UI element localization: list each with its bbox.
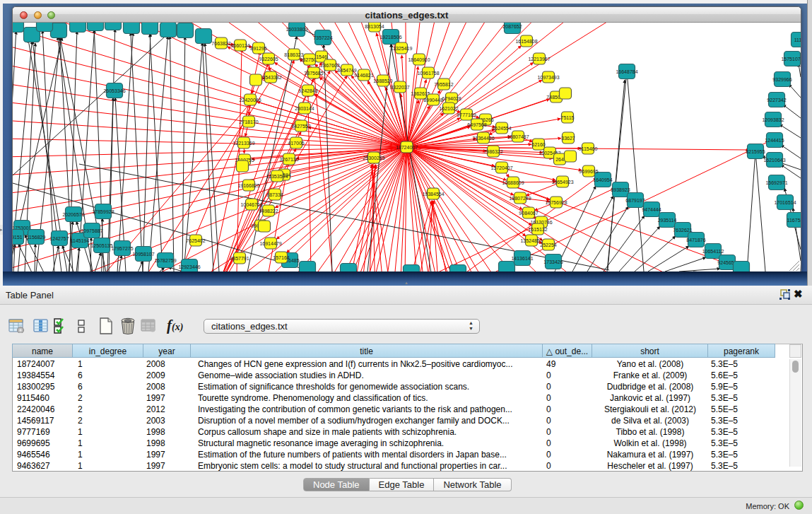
svg-text:8186323: 8186323 (284, 52, 303, 57)
svg-text:9242848: 9242848 (298, 88, 317, 93)
svg-text:13524851: 13524851 (520, 238, 542, 243)
svg-text:7632621: 7632621 (673, 228, 692, 233)
svg-text:2867608: 2867608 (320, 63, 339, 68)
svg-text:8427552: 8427552 (291, 124, 310, 129)
svg-text:19654923: 19654923 (551, 180, 573, 185)
svg-text:62160: 62160 (531, 142, 546, 147)
svg-text:12213967: 12213967 (528, 57, 550, 62)
svg-text:2718170: 2718170 (239, 119, 258, 124)
svg-text:10958107: 10958107 (132, 252, 154, 257)
svg-text:10975887: 10975887 (81, 228, 102, 233)
svg-text:157164: 157164 (273, 255, 289, 260)
svg-text:891295: 891295 (250, 46, 266, 51)
svg-text:22420046: 22420046 (239, 98, 261, 103)
svg-text:2087652: 2087652 (502, 24, 522, 29)
svg-text:8215955: 8215955 (746, 149, 765, 154)
svg-text:10688609: 10688609 (502, 180, 524, 185)
svg-text:19756928: 19756928 (545, 200, 567, 205)
svg-text:9227342: 9227342 (767, 98, 786, 103)
svg-text:1546: 1546 (316, 54, 327, 59)
svg-text:33627: 33627 (561, 136, 575, 141)
svg-text:1615132: 1615132 (528, 227, 547, 232)
svg-text:15720407: 15720407 (490, 165, 512, 170)
svg-text:3624554: 3624554 (492, 126, 511, 131)
svg-text:16648784: 16648784 (616, 69, 637, 74)
svg-text:7663822: 7663822 (211, 41, 230, 46)
svg-text:9146821: 9146821 (354, 73, 373, 78)
svg-text:15692971: 15692971 (765, 180, 787, 185)
svg-text:1733426: 1733426 (543, 259, 563, 264)
svg-text:25300285: 25300285 (363, 156, 384, 160)
svg-text:12093832: 12093832 (762, 117, 784, 122)
svg-text:9474444: 9474444 (642, 207, 661, 212)
svg-text:14136141: 14136141 (511, 256, 533, 261)
svg-text:8322037: 8322037 (390, 85, 409, 90)
svg-text:252254: 252254 (540, 243, 556, 247)
svg-text:1242757: 1242757 (49, 236, 69, 241)
svg-text:2803144: 2803144 (295, 106, 314, 111)
svg-text:116753: 116753 (787, 218, 801, 223)
svg-text:7986322: 7986322 (483, 149, 502, 154)
svg-text:75115: 75115 (561, 115, 575, 120)
svg-text:16914479: 16914479 (259, 241, 281, 246)
svg-text:15751074: 15751074 (781, 57, 801, 62)
svg-text:10046766: 10046766 (240, 202, 262, 207)
svg-text:6497568: 6497568 (467, 122, 486, 127)
svg-text:1362615: 1362615 (411, 91, 430, 96)
svg-text:9498222: 9498222 (259, 209, 278, 214)
svg-text:16543382: 16543382 (259, 75, 281, 80)
svg-text:18724007: 18724007 (396, 145, 418, 150)
svg-text:11353594: 11353594 (266, 174, 288, 179)
svg-text:1112: 1112 (794, 37, 801, 42)
svg-text:10973493: 10973493 (537, 75, 559, 80)
svg-text:26053346: 26053346 (103, 88, 125, 93)
svg-text:8938923: 8938923 (611, 187, 630, 192)
svg-text:17957275: 17957275 (111, 246, 133, 251)
svg-text:19218506: 19218506 (379, 35, 401, 40)
svg-text:1588520: 1588520 (373, 78, 392, 83)
svg-text:9329966: 9329966 (772, 77, 792, 82)
svg-text:17016514: 17016514 (774, 200, 796, 205)
svg-text:8990448: 8990448 (423, 98, 442, 103)
svg-text:887334: 887334 (266, 192, 283, 197)
svg-text:18640910: 18640910 (408, 57, 430, 62)
svg-text:17859928: 17859928 (92, 209, 114, 214)
svg-text:11325419: 11325419 (391, 46, 413, 51)
svg-text:12505135: 12505135 (90, 243, 112, 248)
svg-text:417006: 417006 (288, 141, 304, 146)
svg-text:9322605: 9322605 (259, 57, 278, 62)
svg-text:16210643: 16210643 (763, 158, 785, 163)
svg-text:1640954: 1640954 (593, 177, 612, 182)
svg-text:7955812: 7955812 (434, 82, 453, 87)
svg-text:9777169: 9777169 (457, 112, 476, 117)
svg-text:1621022: 1621022 (439, 106, 458, 111)
svg-text:12213369: 12213369 (233, 141, 254, 146)
svg-text:6794028: 6794028 (442, 96, 461, 101)
svg-text:12923446: 12923446 (178, 264, 200, 269)
svg-text:264: 264 (555, 157, 564, 162)
svg-text:8454749: 8454749 (337, 68, 356, 73)
svg-text:1145194: 1145194 (71, 238, 90, 243)
svg-text:6879197: 6879197 (625, 198, 645, 203)
svg-text:9699695: 9699695 (579, 169, 598, 174)
svg-text:3875685: 3875685 (304, 71, 323, 76)
svg-text:9084067: 9084067 (519, 211, 538, 216)
svg-text:21364436: 21364436 (472, 136, 494, 141)
svg-text:1156829: 1156829 (27, 235, 46, 240)
svg-text:16033809: 16033809 (286, 27, 307, 32)
svg-text:8471876: 8471876 (686, 238, 705, 243)
svg-text:7625402: 7625402 (186, 238, 205, 243)
svg-text:9115460: 9115460 (579, 146, 598, 151)
svg-text:9857791: 9857791 (230, 256, 249, 261)
svg-text:16154808: 16154808 (515, 39, 537, 44)
svg-text:3267130: 3267130 (279, 157, 298, 162)
svg-text:1244415: 1244415 (765, 138, 784, 143)
svg-text:20206576: 20206576 (62, 212, 84, 217)
svg-text:9660124: 9660124 (230, 43, 249, 48)
svg-text:7357224: 7357224 (313, 35, 332, 40)
svg-text:10807487: 10807487 (507, 134, 529, 139)
svg-text:18807249: 18807249 (509, 196, 531, 201)
svg-text:10961758: 10961758 (417, 71, 439, 76)
svg-text:2935114: 2935114 (658, 218, 677, 223)
svg-text:16782759: 16782759 (154, 258, 176, 263)
